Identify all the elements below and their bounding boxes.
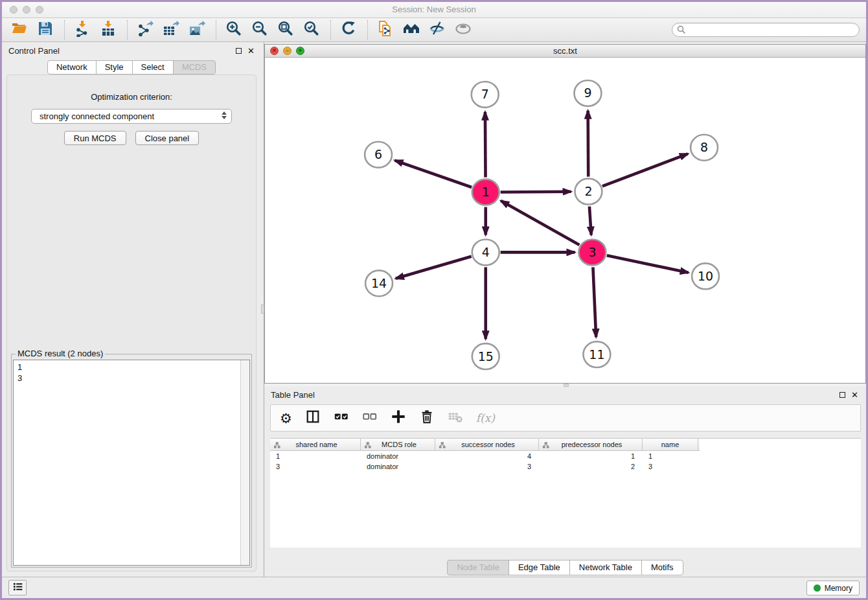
column-header-predecessor-nodes[interactable]: predecessor nodes [539,439,643,450]
table-row[interactable]: 3dominator323 [270,461,861,472]
search-container [672,23,860,37]
edge-2-9[interactable] [588,111,589,177]
column-header-shared-name[interactable]: shared name [270,439,361,450]
node-3[interactable]: 3 [578,239,606,265]
task-history-button[interactable] [8,580,27,595]
search-input[interactable] [672,23,860,37]
node-1[interactable]: 1 [472,179,499,205]
node-7[interactable]: 7 [472,82,499,108]
export-table-button[interactable] [160,20,182,40]
application-window: Session: New Session Control Panel ✕ Net… [0,0,868,600]
tab-network[interactable]: Network [47,60,97,75]
function-builder-button: f(x) [476,411,495,424]
tab-edge-table[interactable]: Edge Table [508,560,570,575]
table-panel-title: Table Panel [271,390,315,400]
node-label-4: 4 [482,245,490,259]
tab-node-table[interactable]: Node Table [447,560,509,575]
mcds-result-group: MCDS result (2 nodes) 1 3 [11,354,252,568]
refresh-layout-icon [340,20,357,40]
tab-select[interactable]: Select [132,60,174,75]
delete-column-button[interactable] [419,409,435,427]
edge-2-3[interactable] [589,207,591,235]
first-neighbors-button[interactable] [400,20,422,40]
column-header-name[interactable]: name [643,439,698,450]
toolbar-separator [127,20,128,40]
optimization-criterion-label: Optimization criterion: [7,92,256,102]
network-canvas[interactable]: 1234678910111415 [265,58,865,383]
add-column-button[interactable] [391,409,406,427]
node-8[interactable]: 8 [691,135,718,161]
node-9[interactable]: 9 [574,80,601,106]
duplicate-network-button[interactable] [374,20,396,40]
hide-graphics-details-button[interactable] [426,20,448,40]
zoom-in-button[interactable] [223,20,245,40]
table-cell[interactable]: 3 [643,461,698,472]
result-scrollbar[interactable] [240,360,249,565]
optimization-select[interactable]: strongly connected component [31,109,232,124]
node-table: shared nameMCDS rolesuccessor nodesprede… [270,438,861,548]
close-panel-button[interactable]: Close panel [135,131,200,145]
delete-table-button [448,409,463,427]
table-row[interactable]: 1dominator411 [270,451,861,461]
edge-2-8[interactable] [602,154,688,186]
table-cell[interactable]: 2 [539,461,643,472]
zoom-fit-button[interactable] [275,20,297,40]
zoom-selected-button[interactable] [301,20,323,40]
zoom-out-button[interactable] [249,20,271,40]
table-cell[interactable]: 3 [435,461,539,472]
table-cell[interactable]: dominator [361,451,435,461]
table-cell[interactable]: 1 [539,451,643,461]
node-6[interactable]: 6 [365,142,392,168]
mcds-result-textarea[interactable]: 1 3 [13,360,250,566]
table-cell[interactable]: 3 [270,461,361,472]
table-cell[interactable]: 1 [270,451,361,461]
table-settings-gear-button[interactable]: ⚙ [280,411,292,425]
toggle-column-panel-button[interactable] [305,409,321,427]
edge-3-10[interactable] [607,255,689,273]
edge-3-11[interactable] [593,267,596,337]
network-window-titlebar[interactable]: ✕ – + scc.txt [265,45,865,58]
export-image-button[interactable] [186,20,208,40]
node-4[interactable]: 4 [472,239,499,265]
node-2[interactable]: 2 [575,179,602,205]
toolbar-separator [330,20,331,40]
network-canvas-svg[interactable]: 1234678910111415 [265,58,865,383]
table-cell[interactable]: 1 [643,451,698,461]
mcds-result-lines: 1 3 [17,362,238,384]
export-network-button[interactable] [134,20,156,40]
node-11[interactable]: 11 [583,341,610,367]
column-header-MCDS-role[interactable]: MCDS role [361,439,435,450]
show-birds-eye-button[interactable] [452,20,474,40]
node-10[interactable]: 10 [692,263,719,289]
close-table-panel-icon[interactable]: ✕ [851,391,858,399]
open-file-button[interactable] [8,20,30,40]
import-table-button[interactable] [97,20,119,40]
main-titlebar: Session: New Session [2,2,866,18]
save-session-button[interactable] [34,20,56,40]
edge-4-14[interactable] [396,257,472,279]
edge-1-2[interactable] [501,192,571,192]
close-panel-icon[interactable]: ✕ [247,47,255,55]
tab-style[interactable]: Style [96,60,133,75]
import-table-icon [100,20,117,40]
unselect-all-columns-button[interactable] [362,409,378,427]
table-cell[interactable]: dominator [361,461,435,472]
edge-1-6[interactable] [395,161,472,187]
refresh-layout-button[interactable] [337,20,360,40]
float-table-panel-icon[interactable] [839,392,845,398]
column-header-successor-nodes[interactable]: successor nodes [435,439,539,450]
tab-mcds[interactable]: MCDS [173,60,216,75]
tab-network-table[interactable]: Network Table [569,560,642,575]
float-panel-icon[interactable] [236,48,242,54]
run-mcds-button[interactable]: Run MCDS [64,131,126,145]
table-cell[interactable]: 4 [435,451,539,461]
memory-button[interactable]: Memory [806,581,860,595]
tab-motifs[interactable]: Motifs [641,560,683,575]
select-all-columns-button[interactable] [334,409,349,427]
import-network-button[interactable] [71,20,93,40]
node-15[interactable]: 15 [472,343,499,369]
main-toolbar [2,18,866,42]
edge-3-1[interactable] [501,201,579,245]
node-14[interactable]: 14 [365,270,393,296]
edge-1-7[interactable] [485,112,486,178]
